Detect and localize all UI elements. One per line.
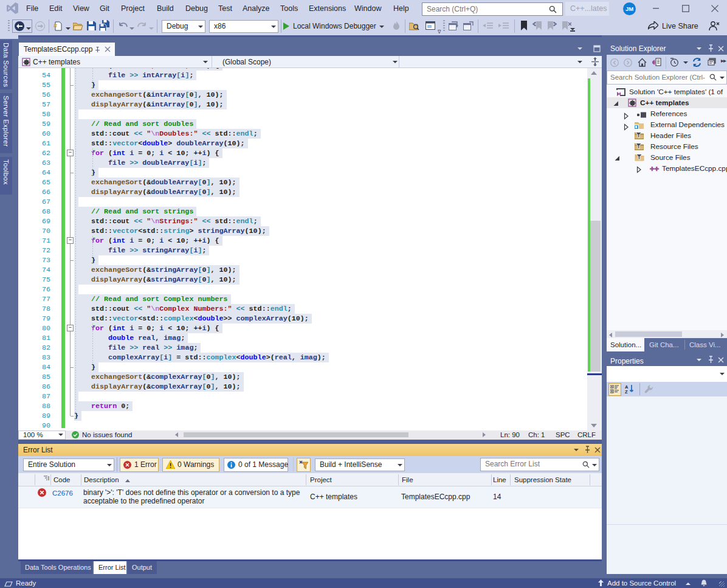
svg-text:Z: Z [625,389,628,394]
